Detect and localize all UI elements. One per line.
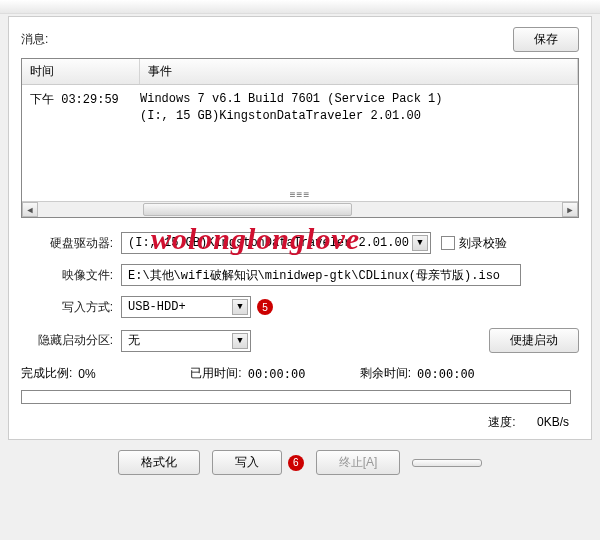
resize-grip-icon: ≡≡≡	[290, 189, 311, 200]
hide-value: 无	[128, 332, 140, 349]
drive-select[interactable]: (I:, 15 GB)KingstonDataTraveler 2.01.00 …	[121, 232, 431, 254]
hide-select[interactable]: 无 ▼	[121, 330, 251, 352]
annotation-5: 5	[257, 299, 273, 315]
verify-label: 刻录校验	[459, 235, 507, 252]
info-label: 消息:	[21, 31, 48, 48]
write-button[interactable]: 写入	[212, 450, 282, 475]
hide-label: 隐藏启动分区:	[21, 332, 121, 349]
save-button[interactable]: 保存	[513, 27, 579, 52]
progress-label: 完成比例:	[21, 365, 72, 382]
bottom-button-bar: 格式化 写入 6 终止[A]	[0, 450, 600, 475]
write-mode-value: USB-HDD+	[128, 300, 186, 314]
chevron-down-icon: ▼	[412, 235, 428, 251]
elapsed-label: 已用时间:	[190, 365, 241, 382]
log-col-time[interactable]: 时间	[22, 59, 140, 84]
scroll-right-icon[interactable]: ►	[562, 202, 578, 217]
image-label: 映像文件:	[21, 267, 121, 284]
progress-bar	[21, 390, 571, 404]
progress-value: 0%	[78, 367, 138, 381]
main-dialog: 消息: 保存 时间 事件 下午 03:29:59 Windows 7 v6.1 …	[8, 16, 592, 440]
remain-value: 00:00:00	[417, 367, 475, 381]
format-button[interactable]: 格式化	[118, 450, 200, 475]
verify-checkbox[interactable]	[441, 236, 455, 250]
chevron-down-icon: ▼	[232, 299, 248, 315]
speed-label: 速度:	[488, 415, 515, 429]
write-mode-select[interactable]: USB-HDD+ ▼	[121, 296, 251, 318]
chevron-down-icon: ▼	[232, 333, 248, 349]
abort-button[interactable]: 终止[A]	[316, 450, 401, 475]
blank-button[interactable]	[412, 459, 482, 467]
write-mode-label: 写入方式:	[21, 299, 121, 316]
log-row: 下午 03:29:59 Windows 7 v6.1 Build 7601 (S…	[22, 85, 578, 131]
drive-value: (I:, 15 GB)KingstonDataTraveler 2.01.00	[128, 236, 409, 250]
image-input[interactable]	[121, 264, 521, 286]
log-time: 下午 03:29:59	[22, 91, 140, 125]
scroll-thumb[interactable]	[143, 203, 353, 216]
log-panel: 时间 事件 下午 03:29:59 Windows 7 v6.1 Build 7…	[21, 58, 579, 218]
log-col-event[interactable]: 事件	[140, 59, 578, 84]
speed-value: 0KB/s	[519, 415, 569, 429]
window-titlebar	[0, 0, 600, 14]
elapsed-value: 00:00:00	[248, 367, 318, 381]
scrollbar-horizontal[interactable]: ◄ ►	[22, 201, 578, 217]
drive-label: 硬盘驱动器:	[21, 235, 121, 252]
portable-boot-button[interactable]: 便捷启动	[489, 328, 579, 353]
remain-label: 剩余时间:	[360, 365, 411, 382]
log-event: Windows 7 v6.1 Build 7601 (Service Pack …	[140, 91, 578, 125]
scroll-left-icon[interactable]: ◄	[22, 202, 38, 217]
annotation-6: 6	[288, 455, 304, 471]
